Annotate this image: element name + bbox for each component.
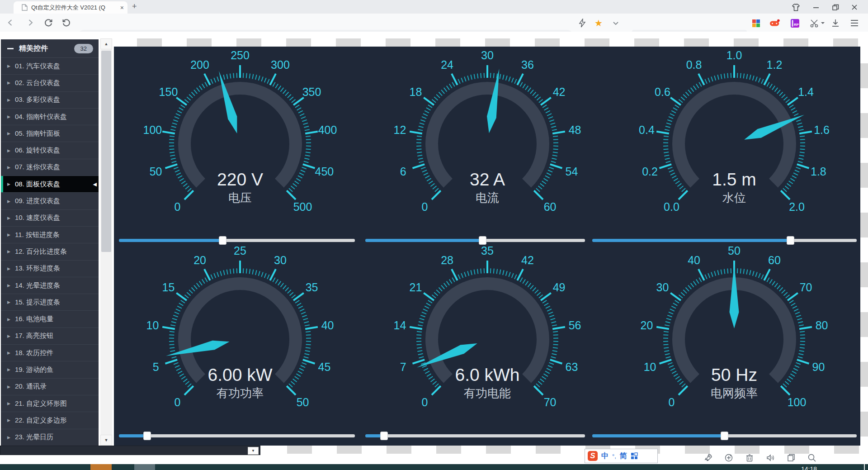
skin-icon[interactable] bbox=[791, 3, 800, 12]
sidebar-item-23[interactable]: ▶23. 光晕日历 bbox=[1, 429, 99, 446]
sidebar-header[interactable]: 精美控件 32 bbox=[1, 39, 99, 58]
slider-track[interactable] bbox=[223, 239, 355, 242]
sidebar-item-06[interactable]: ▶06. 旋转仪表盘 bbox=[1, 142, 99, 159]
sidebar-item-16[interactable]: ▶16. 电池电量 bbox=[1, 311, 99, 328]
sidebar-item-22[interactable]: ▶22. 自定义多边形 bbox=[1, 412, 99, 429]
bookmark-star-icon[interactable]: ★ bbox=[593, 18, 604, 28]
gauge-minor-tick bbox=[793, 306, 797, 309]
slider-thumb[interactable] bbox=[787, 236, 794, 245]
back-button[interactable] bbox=[5, 18, 15, 28]
sidebar-item-13[interactable]: ▶13. 环形进度条 bbox=[1, 261, 99, 277]
speaker-icon[interactable] bbox=[766, 453, 775, 462]
gauge-minor-tick bbox=[243, 73, 244, 78]
menu-icon[interactable] bbox=[849, 18, 860, 28]
sidebar-item-17[interactable]: ▶17. 高亮按钮 bbox=[1, 328, 99, 345]
sidebar-item-03[interactable]: ▶03. 多彩仪表盘 bbox=[1, 92, 99, 109]
zoom-search-icon[interactable] bbox=[807, 453, 816, 462]
sogou-logo-icon[interactable]: S bbox=[588, 451, 598, 461]
sidebar-item-12[interactable]: ▶12. 百分比进度条 bbox=[1, 243, 99, 260]
games-icon[interactable] bbox=[769, 18, 780, 28]
slider-track[interactable] bbox=[147, 434, 355, 437]
sidebar-item-15[interactable]: ▶15. 提示进度条 bbox=[1, 294, 99, 311]
gauge-minor-tick bbox=[233, 269, 234, 274]
sidebar-item-18[interactable]: ▶18. 农历控件 bbox=[1, 345, 99, 361]
gauge-minor-tick bbox=[674, 178, 678, 181]
scrollbar-thumb[interactable] bbox=[101, 51, 111, 252]
gauge-minor-tick bbox=[727, 73, 728, 78]
ime-toolbar[interactable]: S 中 °, 简 bbox=[585, 449, 658, 463]
taskbar-active-app[interactable] bbox=[90, 464, 112, 470]
gauge-minor-tick bbox=[302, 315, 307, 317]
slider-track[interactable] bbox=[384, 434, 585, 437]
sidebar-scrollbar[interactable]: ▲ ▼ bbox=[100, 38, 112, 446]
slider-track-fill[interactable] bbox=[592, 434, 725, 437]
tab-close-icon[interactable]: × bbox=[120, 5, 124, 11]
ime-mode-chinese[interactable]: 中 bbox=[601, 451, 609, 461]
trash-icon[interactable] bbox=[745, 453, 754, 462]
sidebar-item-07[interactable]: ▶07. 迷你仪表盘 bbox=[1, 159, 99, 176]
slider-track-fill[interactable] bbox=[365, 239, 482, 242]
slider-track-fill[interactable] bbox=[592, 239, 791, 242]
window-mode-icon[interactable] bbox=[787, 453, 796, 462]
slider-track-fill[interactable] bbox=[119, 239, 223, 242]
chevron-down-icon[interactable] bbox=[610, 18, 621, 28]
windows-taskbar[interactable]: 14:18 bbox=[0, 464, 868, 470]
gauge-slider-2[interactable] bbox=[365, 236, 585, 245]
sidebar-item-08[interactable]: ▶08. 面板仪表盘◀ bbox=[1, 176, 99, 193]
slider-track[interactable] bbox=[482, 239, 585, 242]
screenshot-scissors-icon[interactable] bbox=[809, 18, 826, 28]
annotate-icon[interactable] bbox=[724, 453, 733, 462]
ime-punctuation[interactable]: °, bbox=[612, 453, 616, 460]
taskbar-app[interactable] bbox=[134, 464, 155, 470]
download-icon[interactable] bbox=[830, 18, 841, 28]
slider-thumb[interactable] bbox=[143, 432, 151, 440]
gauge-slider-1[interactable] bbox=[119, 236, 355, 245]
reload-button[interactable] bbox=[43, 18, 53, 28]
slider-thumb[interactable] bbox=[380, 432, 388, 440]
minimize-button[interactable] bbox=[811, 3, 821, 12]
sidebar-item-10[interactable]: ▶10. 速度仪表盘 bbox=[1, 210, 99, 227]
browser-tab[interactable]: Qt自定义控件大全 V2021 (Q × bbox=[14, 1, 127, 14]
slider-track[interactable] bbox=[725, 434, 857, 437]
ime-simplified[interactable]: 简 bbox=[620, 451, 627, 461]
lightning-icon[interactable] bbox=[577, 18, 588, 28]
combobox-down-icon[interactable]: ▼ bbox=[248, 447, 259, 455]
gauge-slider-3[interactable] bbox=[592, 236, 857, 245]
slider-thumb[interactable] bbox=[219, 236, 226, 245]
boost-rocket-icon[interactable] bbox=[703, 453, 712, 462]
gauge-minor-tick bbox=[670, 173, 675, 175]
sidebar-item-09[interactable]: ▶09. 进度仪表盘 bbox=[1, 193, 99, 209]
undo-button[interactable] bbox=[61, 18, 71, 28]
new-tab-button[interactable]: + bbox=[132, 2, 137, 11]
gauge-minor-tick bbox=[441, 285, 444, 289]
sidebar-item-21[interactable]: ▶21. 自定义环形图 bbox=[1, 395, 99, 412]
slider-thumb[interactable] bbox=[721, 432, 728, 440]
apps-grid-icon[interactable] bbox=[750, 18, 761, 28]
gauge-major-tick bbox=[534, 190, 543, 199]
gauge-minor-tick bbox=[772, 86, 775, 90]
restore-button[interactable] bbox=[831, 3, 840, 12]
gauge-slider-6[interactable] bbox=[592, 432, 857, 440]
expand-arrow-icon: ▶ bbox=[7, 385, 10, 389]
sidebar-item-05[interactable]: ▶05. 指南针面板 bbox=[1, 125, 99, 142]
sidebar-item-20[interactable]: ▶20. 通讯录 bbox=[1, 379, 99, 395]
sidebar-item-11[interactable]: ▶11. 按钮进度条 bbox=[1, 227, 99, 243]
scroll-down-button[interactable]: ▼ bbox=[100, 435, 112, 446]
sidebar-item-02[interactable]: ▶02. 云台仪表盘 bbox=[1, 75, 99, 91]
slider-thumb[interactable] bbox=[479, 236, 486, 245]
close-button[interactable] bbox=[850, 3, 859, 12]
sidebar-item-14[interactable]: ▶14. 光晕进度条 bbox=[1, 277, 99, 294]
scroll-up-button[interactable]: ▲ bbox=[100, 38, 112, 49]
sidebar-item-01[interactable]: ▶01. 汽车仪表盘 bbox=[1, 58, 99, 75]
bottom-combobox[interactable]: ▼ bbox=[0, 446, 260, 455]
sidebar-item-04[interactable]: ▶04. 指南针仪表盘 bbox=[1, 109, 99, 125]
gauge-minor-tick bbox=[675, 181, 679, 184]
gauge-slider-5[interactable] bbox=[365, 432, 585, 440]
gauge-minor-tick bbox=[800, 136, 805, 137]
sidebar-item-19[interactable]: ▶19. 游动的鱼 bbox=[1, 361, 99, 378]
rp-extension-icon[interactable]: RP bbox=[789, 18, 800, 28]
forward-button[interactable] bbox=[25, 18, 35, 28]
gauge-slider-4[interactable] bbox=[119, 432, 355, 440]
slider-track[interactable] bbox=[791, 239, 857, 242]
ime-grid-icon[interactable] bbox=[631, 452, 638, 460]
